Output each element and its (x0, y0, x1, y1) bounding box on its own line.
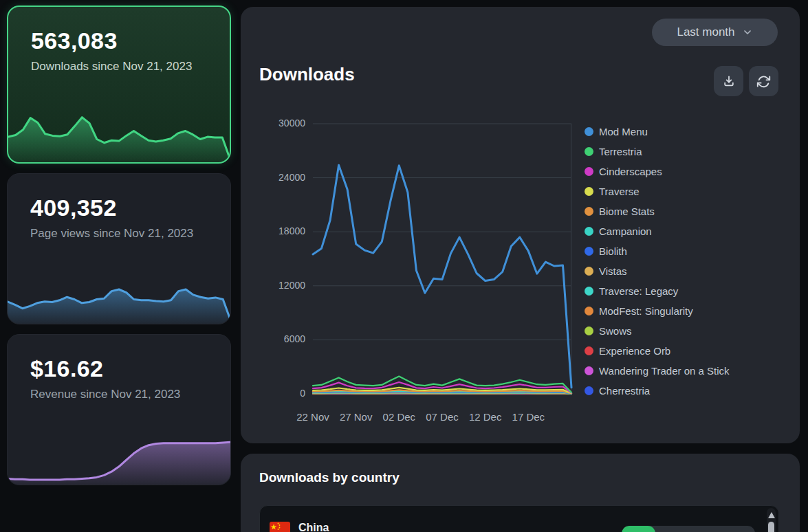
refresh-button[interactable] (749, 66, 778, 96)
downloads-panel: Last month Downloads (241, 7, 800, 443)
legend-dot-icon (585, 187, 593, 196)
downloads-by-country-panel: Downloads by country China (241, 454, 800, 532)
legend-label: Wandering Trader on a Stick (599, 365, 730, 377)
y-axis-label: 30000 (257, 118, 305, 129)
legend-label: Terrestria (599, 146, 642, 157)
revenue-sparkline (8, 430, 230, 485)
legend-dot-icon (585, 247, 593, 256)
legend-label: Cherrestria (599, 385, 650, 397)
page-views-sparkline (8, 274, 230, 324)
legend-label: ModFest: Singularity (599, 305, 693, 317)
downloads-line-chart (313, 124, 571, 394)
time-range-dropdown[interactable]: Last month (652, 19, 778, 46)
main-column: Last month Downloads (241, 7, 800, 532)
legend-label: Biome Stats (599, 206, 655, 217)
legend-dot-icon (585, 167, 593, 176)
legend-dot-icon (585, 366, 593, 375)
country-row: China (260, 506, 778, 532)
revenue-total: $16.62 (8, 335, 230, 382)
x-axis-label: 07 Dec (418, 411, 466, 423)
legend-item[interactable]: Experience Orb (585, 341, 730, 361)
legend-item[interactable]: Traverse: Legacy (585, 281, 730, 301)
country-list-scrollbar[interactable] (767, 508, 776, 532)
page-views-total-label: Page views since Nov 21, 2023 (8, 221, 230, 241)
legend-label: Mod Menu (599, 126, 648, 137)
chart-legend: Mod MenuTerrestriaCinderscapesTraverseBi… (585, 122, 730, 401)
legend-label: Traverse (599, 186, 640, 197)
page-views-total: 409,352 (8, 174, 230, 221)
x-axis-label: 27 Nov (332, 411, 380, 423)
legend-item[interactable]: Cinderscapes (585, 162, 730, 181)
legend-item[interactable]: Wandering Trader on a Stick (585, 361, 730, 381)
x-axis-label: 22 Nov (289, 411, 337, 423)
legend-item[interactable]: Biome Stats (585, 201, 730, 221)
scroll-up-arrow-icon[interactable] (768, 512, 775, 518)
revenue-total-label: Revenue since Nov 21, 2023 (8, 382, 230, 402)
country-bar-track (622, 526, 755, 532)
stats-sidebar: 563,083 Downloads since Nov 21, 2023 409… (7, 5, 231, 485)
stat-card-revenue[interactable]: $16.62 Revenue since Nov 21, 2023 (7, 334, 231, 485)
legend-item[interactable]: ModFest: Singularity (585, 301, 730, 321)
download-icon (722, 74, 736, 88)
legend-dot-icon (585, 147, 593, 156)
panel-title: Downloads (259, 64, 355, 85)
legend-dot-icon (585, 207, 593, 216)
country-panel-title: Downloads by country (259, 470, 400, 485)
legend-dot-icon (585, 127, 593, 136)
legend-label: Swows (599, 325, 632, 337)
legend-item[interactable]: Terrestria (585, 142, 730, 162)
downloads-total-label: Downloads since Nov 21, 2023 (8, 54, 230, 74)
y-axis-label: 24000 (257, 172, 305, 183)
x-axis-label: 12 Dec (461, 411, 510, 423)
legend-item[interactable]: Mod Menu (585, 122, 730, 142)
country-name: China (298, 522, 329, 532)
china-flag-icon (270, 522, 290, 532)
downloads-total: 563,083 (8, 7, 230, 54)
legend-dot-icon (585, 326, 593, 335)
legend-label: Biolith (599, 245, 627, 257)
y-axis-label: 6000 (257, 333, 305, 344)
legend-dot-icon (585, 287, 593, 296)
x-axis-label: 02 Dec (375, 411, 423, 423)
legend-label: Cinderscapes (599, 166, 662, 177)
y-axis-label: 18000 (257, 225, 305, 236)
refresh-icon (756, 74, 771, 89)
legend-dot-icon (585, 386, 593, 395)
stat-card-downloads[interactable]: 563,083 Downloads since Nov 21, 2023 (7, 5, 231, 164)
legend-item[interactable]: Campanion (585, 221, 730, 241)
analytics-page: 563,083 Downloads since Nov 21, 2023 409… (0, 0, 808, 532)
legend-label: Campanion (599, 225, 652, 237)
legend-dot-icon (585, 227, 593, 236)
legend-item[interactable]: Biolith (585, 241, 730, 261)
legend-label: Traverse: Legacy (599, 285, 678, 297)
scrollbar-thumb[interactable] (768, 522, 774, 532)
legend-dot-icon (585, 307, 593, 315)
y-axis-label: 0 (257, 388, 305, 399)
export-csv-button[interactable] (714, 66, 743, 96)
legend-dot-icon (585, 267, 593, 276)
stat-card-page-views[interactable]: 409,352 Page views since Nov 21, 2023 (7, 173, 231, 324)
y-axis-label: 12000 (257, 280, 305, 291)
country-list: China (259, 505, 779, 532)
x-axis-label: 17 Dec (504, 411, 552, 423)
legend-label: Vistas (599, 265, 627, 277)
legend-item[interactable]: Vistas (585, 261, 730, 281)
downloads-sparkline (8, 99, 230, 162)
legend-dot-icon (585, 346, 593, 355)
legend-item[interactable]: Traverse (585, 181, 730, 201)
legend-label: Experience Orb (599, 345, 670, 357)
chevron-down-icon (742, 27, 753, 38)
country-bar-fill (622, 526, 655, 532)
legend-item[interactable]: Swows (585, 321, 730, 341)
legend-item[interactable]: Cherrestria (585, 381, 730, 401)
time-range-label: Last month (677, 25, 734, 39)
